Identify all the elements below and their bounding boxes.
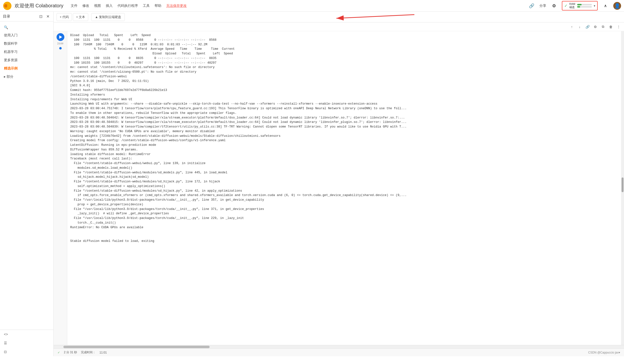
code-icon: <> bbox=[4, 332, 8, 336]
sidebar-list-icon[interactable]: ☰ bbox=[0, 339, 53, 347]
cell-run-time: 2分钟 bbox=[57, 42, 64, 45]
cell-link-button[interactable]: 🔗 bbox=[584, 24, 591, 30]
chevron-down-icon: ▾ bbox=[594, 4, 595, 8]
move-down-button[interactable]: ↓ bbox=[576, 24, 583, 30]
main-layout: 目录 ⊡ ✕ 🔍 使用入门 数据科学 机器学习 更多资源 精选示例 ▸ 部分 <… bbox=[0, 12, 624, 356]
sidebar-bottom: <> ☰ ⊡ bbox=[0, 330, 53, 356]
cell-settings-button[interactable]: ⚙ bbox=[592, 24, 599, 30]
menu-insert[interactable]: 插入 bbox=[103, 3, 115, 9]
settings-icon: ⚙ bbox=[552, 3, 556, 8]
cell-duplicate-button[interactable]: ⧉ bbox=[600, 24, 606, 30]
colab-logo bbox=[3, 1, 12, 10]
ram-disk-bars bbox=[577, 4, 592, 8]
cell-link-icon: 🔗 bbox=[585, 25, 590, 29]
svg-point-2 bbox=[4, 4, 8, 8]
sidebar-nav: 🔍 使用入门 数据科学 机器学习 更多资源 精选示例 ▸ 部分 bbox=[0, 22, 53, 330]
cell-scrollbar[interactable] bbox=[621, 31, 624, 345]
ram-bar bbox=[577, 4, 592, 5]
topbar: 欢迎使用 Colaboratory 文件 修改 视图 插入 代码执行程序 工具 … bbox=[0, 0, 624, 12]
ram-disk-labels: RAM 磁盘 bbox=[570, 2, 575, 9]
disk-label: 磁盘 bbox=[570, 5, 575, 9]
content-area: + 代码 + 文本 ▲ 复制到云端硬盘 ↑ ↓ 🔗 ⚙ ⧉ 🗑 bbox=[54, 12, 624, 356]
cell-delete-button[interactable]: 🗑 bbox=[607, 24, 614, 30]
sidebar-item-more[interactable]: 更多资源 bbox=[0, 56, 53, 64]
cell-area: 2分钟 Dload Upload Total Spent Left Speed … bbox=[54, 31, 624, 345]
completion-time: 11:01 bbox=[100, 351, 107, 354]
delete-icon: 🗑 bbox=[609, 25, 613, 29]
sidebar-code-icon[interactable]: <> bbox=[0, 330, 53, 339]
sidebar: 目录 ⊡ ✕ 🔍 使用入门 数据科学 机器学习 更多资源 精选示例 ▸ 部分 <… bbox=[0, 12, 54, 356]
menu-bar: 文件 修改 视图 插入 代码执行程序 工具 帮助 无法保存更改 bbox=[68, 3, 189, 9]
move-up-button[interactable]: ↑ bbox=[569, 24, 575, 30]
menu-runtime[interactable]: 代码执行程序 bbox=[115, 3, 140, 9]
play-icon bbox=[59, 35, 62, 39]
app-title: 欢迎使用 Colaboratory bbox=[15, 2, 63, 9]
menu-tools[interactable]: 工具 bbox=[140, 3, 152, 9]
cell-gutter: 2分钟 bbox=[54, 31, 67, 345]
sidebar-search-row[interactable]: 🔍 bbox=[0, 24, 53, 31]
run-time-label: 2 分 31 秒 bbox=[64, 350, 77, 355]
user-info: CSDN @Cappuccio jax▾ bbox=[588, 351, 620, 354]
ram-disk-widget[interactable]: ✓ RAM 磁盘 ▾ bbox=[562, 1, 598, 10]
sidebar-item-getting-started[interactable]: 使用入门 bbox=[0, 31, 53, 40]
status-checkmark: ✓ bbox=[564, 3, 568, 8]
share-button[interactable]: 分享 bbox=[539, 4, 546, 8]
expand-icon: ∧ bbox=[604, 3, 607, 8]
cell-output: Dload Upload Total Spent Left Speed 100 … bbox=[67, 31, 621, 345]
settings-icon-btn[interactable]: ⚙ bbox=[550, 2, 558, 10]
menu-view[interactable]: 视图 bbox=[92, 3, 103, 9]
cell-top-actions: ↑ ↓ 🔗 ⚙ ⧉ 🗑 ⋮ bbox=[54, 23, 624, 31]
cell-more-button[interactable]: ⋮ bbox=[615, 24, 622, 30]
list-icon: ☰ bbox=[4, 341, 7, 345]
more-icon: ⋮ bbox=[617, 25, 620, 29]
avatar-image: 👤 bbox=[614, 3, 620, 9]
sidebar-title: 目录 bbox=[3, 14, 36, 19]
user-avatar[interactable]: 👤 bbox=[613, 2, 621, 10]
notebook-toolbar: + 代码 + 文本 ▲ 复制到云端硬盘 bbox=[54, 12, 624, 23]
link-icon-btn[interactable]: 🔗 bbox=[528, 2, 536, 10]
svg-point-3 bbox=[7, 4, 10, 8]
menu-file[interactable]: 文件 bbox=[68, 3, 80, 9]
up-arrow-icon: ↑ bbox=[571, 25, 573, 29]
status-check-icon: ✓ bbox=[57, 351, 60, 354]
search-icon: 🔍 bbox=[4, 25, 8, 29]
copy-to-drive-button[interactable]: ▲ 复制到云端硬盘 bbox=[91, 13, 125, 21]
menu-edit[interactable]: 修改 bbox=[80, 3, 92, 9]
sidebar-close-icon[interactable]: ✕ bbox=[45, 14, 51, 19]
duplicate-icon: ⧉ bbox=[602, 25, 604, 29]
ram-label: RAM bbox=[570, 2, 575, 5]
expand-icon-btn[interactable]: ∧ bbox=[601, 2, 609, 10]
terminal-icon: ⊡ bbox=[4, 350, 7, 354]
scrollbar-thumb[interactable] bbox=[63, 346, 210, 348]
run-cell-button[interactable] bbox=[56, 33, 64, 41]
menu-help[interactable]: 帮助 bbox=[152, 3, 164, 9]
statusbar: ✓ 2 分 31 秒 完成时间： 11:01 CSDN @Cappuccio j… bbox=[54, 348, 624, 356]
sidebar-item-data-science[interactable]: 数据科学 bbox=[0, 40, 53, 48]
add-code-button[interactable]: + 代码 bbox=[56, 13, 72, 21]
sidebar-section-parts[interactable]: ▸ 部分 bbox=[0, 73, 53, 81]
down-arrow-icon: ↓ bbox=[579, 25, 581, 29]
cell-settings-icon: ⚙ bbox=[594, 25, 597, 29]
sidebar-item-featured[interactable]: 精选示例 bbox=[0, 64, 53, 73]
sidebar-terminal-icon[interactable]: ⊡ bbox=[0, 347, 53, 356]
sidebar-item-ml[interactable]: 机器学习 bbox=[0, 48, 53, 56]
disk-bar bbox=[577, 6, 592, 8]
sidebar-window-icon[interactable]: ⊡ bbox=[38, 14, 43, 19]
link-icon: 🔗 bbox=[529, 3, 534, 8]
sidebar-header: 目录 ⊡ ✕ bbox=[0, 12, 53, 22]
menu-save-warning[interactable]: 无法保存更改 bbox=[164, 3, 189, 9]
completion-label: 完成时间： bbox=[81, 350, 96, 355]
horizontal-scrollbar[interactable] bbox=[54, 345, 624, 348]
add-text-button[interactable]: + 文本 bbox=[73, 13, 88, 21]
topbar-right: 🔗 分享 ⚙ ✓ RAM 磁盘 ▾ ∧ 👤 bbox=[528, 1, 621, 10]
status-indicator bbox=[59, 47, 62, 50]
